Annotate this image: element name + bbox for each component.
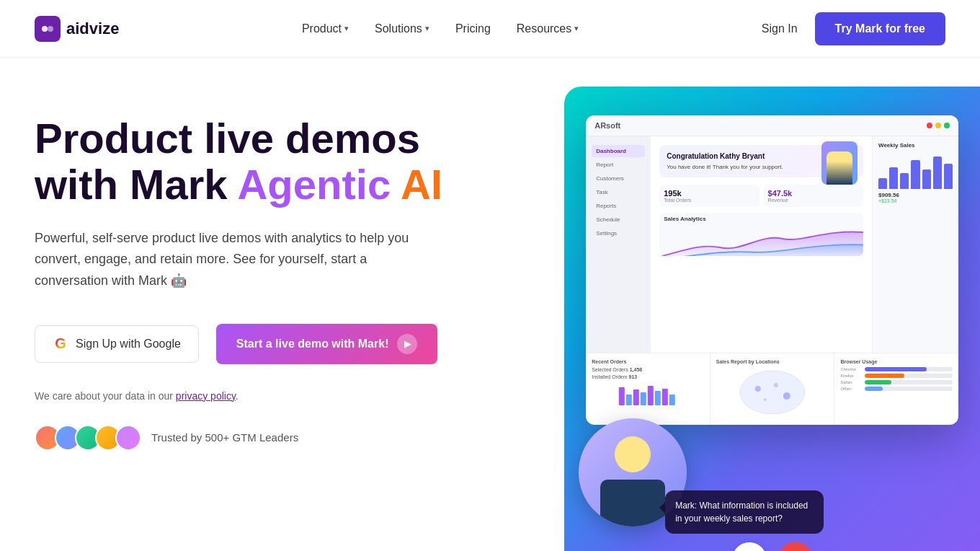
close-dot xyxy=(927,123,932,128)
sidebar-item-task[interactable]: Task xyxy=(592,186,645,198)
stats-row: 195k Total Orders $47.5k Revenue xyxy=(659,185,863,207)
chevron-down-icon: ▾ xyxy=(425,24,429,33)
speech-bubble: Mark: What information is included in yo… xyxy=(665,490,824,534)
end-call-button[interactable]: 📵 xyxy=(778,542,813,551)
browser-bar-safari: Safari xyxy=(840,380,953,384)
privacy-link[interactable]: privacy policy xyxy=(176,390,236,402)
bubble-arrow xyxy=(659,502,665,513)
hero-section: Product live demos with Mark Agentic AI … xyxy=(0,58,980,551)
svg-point-15 xyxy=(615,436,651,472)
sidebar-item-report[interactable]: Report xyxy=(592,159,645,171)
svg-rect-8 xyxy=(662,389,668,405)
nav-actions: Sign In Try Mark for free xyxy=(762,12,945,45)
revenue-amount: $909.56 xyxy=(878,192,953,198)
dashboard-mockup: ARsoft Dashboard Report Customers Task xyxy=(586,115,958,425)
sales-by-location-panel: Sales Report by Locations xyxy=(710,353,835,425)
person-illustration xyxy=(827,151,852,185)
stat-revenue: $47.5k Revenue xyxy=(764,185,863,207)
order-stat2: Installed Orders 913 xyxy=(592,374,704,379)
dashboard-sidebar: Dashboard Report Customers Task Reports … xyxy=(586,136,651,353)
nav-solutions[interactable]: Solutions ▾ xyxy=(375,22,429,35)
dashboard-container: ARsoft Dashboard Report Customers Task xyxy=(564,87,980,551)
avatar-float xyxy=(821,141,858,185)
browser-bar-firefox: Firefox xyxy=(840,374,953,378)
sidebar-item-dashboard[interactable]: Dashboard xyxy=(592,145,645,157)
logo[interactable]: aidvize xyxy=(35,16,119,42)
right-panel: Weekly Sales $909.56 +$23.54 xyxy=(872,136,958,353)
dashboard-header: ARsoft xyxy=(586,115,958,136)
google-signup-button[interactable]: G Sign Up with Google xyxy=(35,325,199,363)
browser-bar-chrome: Chrome xyxy=(840,367,953,371)
svg-point-13 xyxy=(783,392,790,400)
avatar-stack xyxy=(35,425,141,451)
chevron-down-icon: ▾ xyxy=(574,24,579,33)
map-visual xyxy=(716,367,829,418)
privacy-notice: We care about your data in our privacy p… xyxy=(35,390,535,402)
svg-point-12 xyxy=(774,383,778,387)
minimize-dot xyxy=(935,123,941,128)
mini-bar-chart xyxy=(878,153,953,189)
bar xyxy=(878,178,887,189)
svg-rect-2 xyxy=(619,387,625,405)
recent-orders-panel: Recent Orders Selected Orders 1,458 Inst… xyxy=(586,353,710,425)
mute-button[interactable]: 🎙 xyxy=(732,542,767,551)
sidebar-item-reports[interactable]: Reports xyxy=(592,200,645,212)
start-demo-button[interactable]: Start a live demo with Mark! ▶ xyxy=(216,324,438,364)
trusted-text: Trusted by 500+ GTM Leaders xyxy=(151,431,298,444)
google-icon: G xyxy=(53,336,68,352)
bar xyxy=(922,169,931,190)
svg-rect-4 xyxy=(633,389,639,405)
call-controls: 🎙 📵 xyxy=(732,542,813,551)
svg-rect-9 xyxy=(669,394,675,405)
svg-point-11 xyxy=(755,386,761,392)
hero-left: Product live demos with Mark Agentic AI … xyxy=(35,101,535,451)
svg-rect-5 xyxy=(641,392,646,405)
logo-text: aidvize xyxy=(66,19,119,38)
mark-ai-overlay: Mark: What information is included in yo… xyxy=(579,418,687,526)
trusted-row: Trusted by 500+ GTM Leaders xyxy=(35,425,535,451)
stat-total-orders: 195k Total Orders xyxy=(659,185,759,207)
bar xyxy=(889,167,898,189)
browser-bar-other: Other xyxy=(840,387,953,391)
sidebar-item-customers[interactable]: Customers xyxy=(592,172,645,185)
svg-point-0 xyxy=(42,26,48,32)
bar xyxy=(911,160,919,189)
order-stat1: Selected Orders 1,458 xyxy=(592,367,704,372)
sign-in-button[interactable]: Sign In xyxy=(762,22,798,35)
nav-resources[interactable]: Resources ▾ xyxy=(517,22,579,35)
nav-product[interactable]: Product ▾ xyxy=(302,22,349,35)
play-icon: ▶ xyxy=(397,334,417,354)
logo-icon xyxy=(35,16,61,42)
dashboard-body: Dashboard Report Customers Task Reports … xyxy=(586,136,958,353)
congrats-sub: You have done it! Thank you for your sup… xyxy=(667,164,783,170)
svg-rect-16 xyxy=(600,480,665,526)
congrats-banner: Congratulation Kathy Bryant You have don… xyxy=(659,145,863,177)
hero-right: ARsoft Dashboard Report Customers Task xyxy=(564,101,945,548)
maximize-dot xyxy=(944,123,950,128)
bar xyxy=(944,164,953,189)
sidebar-item-settings[interactable]: Settings xyxy=(592,227,645,239)
revenue-change: +$23.54 xyxy=(878,198,953,203)
svg-rect-7 xyxy=(655,391,661,405)
browser-usage-panel: Browser Usage Chrome Firefox xyxy=(834,353,958,425)
sales-chart: Sales Analytics xyxy=(659,213,863,256)
navbar: aidvize Product ▾ Solutions ▾ Pricing Re… xyxy=(0,0,980,58)
svg-rect-6 xyxy=(648,386,654,405)
svg-point-10 xyxy=(740,371,805,414)
hero-subtext: Powerful, self-serve product live demos … xyxy=(35,228,409,292)
window-controls xyxy=(927,123,950,128)
svg-point-14 xyxy=(764,398,767,401)
nav-links: Product ▾ Solutions ▾ Pricing Resources … xyxy=(302,22,579,35)
bar xyxy=(900,173,909,190)
try-mark-button[interactable]: Try Mark for free xyxy=(815,12,945,45)
second-row: Recent Orders Selected Orders 1,458 Inst… xyxy=(586,353,958,425)
sidebar-item-schedule[interactable]: Schedule xyxy=(592,213,645,226)
bar xyxy=(933,157,942,189)
order-bars xyxy=(592,384,704,405)
hero-actions: G Sign Up with Google Start a live demo … xyxy=(35,324,535,364)
svg-point-1 xyxy=(48,26,53,32)
hero-heading: Product live demos with Mark Agentic AI xyxy=(35,115,535,208)
chevron-down-icon: ▾ xyxy=(344,24,349,33)
svg-rect-3 xyxy=(626,394,632,405)
nav-pricing[interactable]: Pricing xyxy=(455,22,491,35)
